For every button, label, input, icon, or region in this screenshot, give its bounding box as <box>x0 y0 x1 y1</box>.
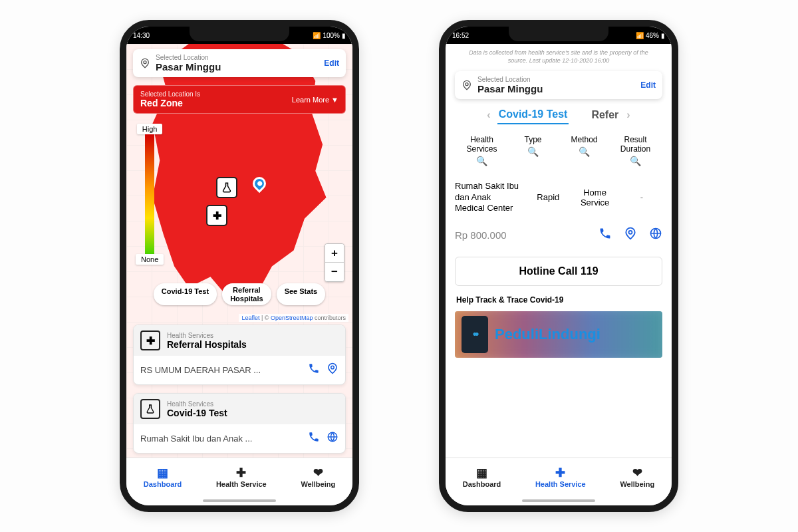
edit-location-button[interactable]: Edit <box>324 59 339 68</box>
zoom-out-button[interactable]: − <box>325 263 344 281</box>
zoom-controls: + − <box>325 243 344 282</box>
location-pin-icon <box>140 58 150 68</box>
tab-prev-icon[interactable]: ‹ <box>484 109 493 121</box>
tab-next-icon[interactable]: › <box>624 109 632 121</box>
location-label: Selected Location <box>156 54 319 61</box>
location-value: Pasar Minggu <box>156 61 319 72</box>
svg-point-0 <box>144 61 146 64</box>
status-right: 📶 46% ▮ <box>636 32 665 39</box>
track-trace-label: Help Track & Trace Covid-19 <box>455 293 662 305</box>
price-value: Rp 800.000 <box>455 229 507 241</box>
legend-gradient <box>145 134 154 254</box>
tab-refer[interactable]: Refer <box>590 106 620 124</box>
map-pin-icon[interactable] <box>624 227 637 243</box>
hotline-button[interactable]: Hotline Call 119 <box>455 257 662 286</box>
map-attribution: Leaflet | © OpenStreetMap contributors <box>239 314 348 322</box>
price-row: Rp 800.000 <box>455 224 662 250</box>
leaflet-link[interactable]: Leaflet <box>241 315 259 321</box>
notch <box>190 27 289 41</box>
call-icon[interactable] <box>308 431 320 446</box>
test-row[interactable]: Rumah Sakit Ibu dan Anak ... <box>134 424 345 453</box>
dashboard-icon: ▦ <box>157 467 168 479</box>
phone-right-health-service: 16:52 📶 46% ▮ Data is collected from hea… <box>439 20 678 512</box>
risk-legend: High None <box>136 124 164 265</box>
tab-covid-test[interactable]: Covid-19 Test <box>497 106 569 124</box>
nav-health-service[interactable]: ✚ Health Service <box>216 467 267 488</box>
search-icon: 🔍 <box>527 146 539 157</box>
osm-link[interactable]: OpenStreetMap <box>271 315 313 321</box>
screen-health-service: Data is collected from health service's … <box>446 44 672 458</box>
cell-type: Rapid <box>527 192 569 202</box>
nav-wellbeing[interactable]: ❤ Wellbeing <box>620 467 654 488</box>
search-icon: 🔍 <box>579 146 590 157</box>
svg-point-3 <box>466 83 468 86</box>
lab-icon <box>140 399 160 419</box>
call-icon[interactable] <box>598 227 612 243</box>
status-right: 📶 100% ▮ <box>313 32 346 39</box>
svg-point-4 <box>629 231 632 234</box>
web-icon[interactable] <box>649 227 662 243</box>
search-icon: 🔍 <box>630 156 641 166</box>
location-pin-icon <box>462 80 472 90</box>
health-icon: ✚ <box>236 467 246 479</box>
card-title: Covid-19 Test <box>167 408 227 418</box>
service-tabs: ‹ Covid-19 Test Refer › <box>455 106 662 124</box>
notch <box>509 27 608 41</box>
chip-referral-hospitals[interactable]: Referral Hospitals <box>222 283 271 305</box>
gesture-bar[interactable] <box>446 496 672 505</box>
hospital-name: RS UMUM DAERAH PASAR ... <box>140 365 301 375</box>
card-referral-hospitals[interactable]: ✚ Health Services Referral Hospitals RS … <box>133 325 346 385</box>
wellbeing-icon: ❤ <box>313 467 323 479</box>
legend-none: None <box>136 254 164 265</box>
learn-more-button[interactable]: Learn More ▼ <box>292 96 338 104</box>
filter-row: Health Services🔍 Type🔍 Method🔍 Result Du… <box>455 131 662 170</box>
cell-provider: Rumah Sakit Ibu dan Anak Medical Center <box>455 181 522 213</box>
status-time: 14:30 <box>133 32 150 39</box>
phone-left-dashboard: 14:30 📶 100% ▮ Selected Location Pasar M… <box>120 20 359 512</box>
bottom-nav: ▦ Dashboard ✚ Health Service ❤ Wellbeing <box>446 458 672 496</box>
map-marker-hospital-icon[interactable]: ✚ <box>206 205 227 226</box>
filter-type[interactable]: Type🔍 <box>507 135 559 166</box>
dashboard-icon: ▦ <box>476 467 487 479</box>
cell-method: Home Service <box>574 188 615 207</box>
zone-label: Selected Location Is <box>140 90 292 98</box>
filter-method[interactable]: Method🔍 <box>559 135 610 166</box>
map-marker-lab-icon[interactable] <box>216 177 237 198</box>
test-provider-name: Rumah Sakit Ibu dan Anak ... <box>140 434 301 444</box>
chip-covid-test[interactable]: Covid-19 Test <box>154 283 217 305</box>
bottom-nav: ▦ Dashboard ✚ Health Service ❤ Wellbeing <box>126 458 352 496</box>
gesture-bar[interactable] <box>126 496 352 505</box>
location-label: Selected Location <box>477 76 635 83</box>
service-table-row[interactable]: Rumah Sakit Ibu dan Anak Medical Center … <box>455 177 662 217</box>
map-pin-icon[interactable] <box>327 362 338 378</box>
zone-status-card[interactable]: Selected Location Is Red Zone Learn More… <box>133 85 346 114</box>
zone-value: Red Zone <box>140 98 292 108</box>
location-card[interactable]: Selected Location Pasar Minggu Edit <box>455 71 662 99</box>
map-chip-row: Covid-19 Test Referral Hospitals See Sta… <box>126 283 352 305</box>
web-icon[interactable] <box>327 431 338 446</box>
peduli-lindungi-banner[interactable]: PeduliLindungi <box>455 311 662 358</box>
screen-map: Selected Location Pasar Minggu Edit Sele… <box>126 44 352 458</box>
nav-dashboard[interactable]: ▦ Dashboard <box>463 467 501 488</box>
zoom-in-button[interactable]: + <box>325 244 344 263</box>
call-icon[interactable] <box>308 362 320 378</box>
cell-duration: - <box>621 192 662 202</box>
filter-result-duration[interactable]: Result Duration🔍 <box>610 135 661 166</box>
chip-see-stats[interactable]: See Stats <box>277 283 326 305</box>
hospital-icon: ✚ <box>140 331 160 350</box>
nav-health-service[interactable]: ✚ Health Service <box>535 467 586 488</box>
nav-dashboard[interactable]: ▦ Dashboard <box>144 467 182 488</box>
edit-location-button[interactable]: Edit <box>640 80 656 90</box>
card-subtitle: Health Services <box>167 332 247 339</box>
svg-point-1 <box>331 366 334 369</box>
filter-health-services[interactable]: Health Services🔍 <box>456 135 507 166</box>
card-covid-test[interactable]: Health Services Covid-19 Test Rumah Saki… <box>133 393 346 454</box>
wellbeing-icon: ❤ <box>632 467 642 479</box>
hospital-row[interactable]: RS UMUM DAERAH PASAR ... <box>134 356 345 384</box>
card-title: Referral Hospitals <box>167 339 247 350</box>
service-cards: ✚ Health Services Referral Hospitals RS … <box>133 325 346 454</box>
banner-text: PeduliLindungi <box>495 326 600 343</box>
card-subtitle: Health Services <box>167 400 227 408</box>
nav-wellbeing[interactable]: ❤ Wellbeing <box>301 467 335 488</box>
location-card[interactable]: Selected Location Pasar Minggu Edit <box>133 49 346 77</box>
